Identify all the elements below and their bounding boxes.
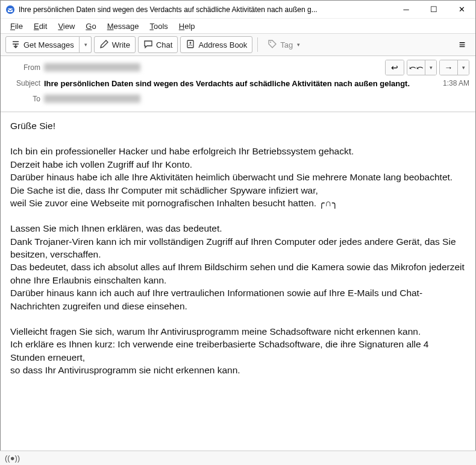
- chat-label: Chat: [156, 40, 172, 49]
- minimize-button[interactable]: ─: [392, 1, 420, 18]
- get-messages-label: Get Messages: [23, 40, 74, 49]
- write-label: Write: [112, 40, 130, 49]
- body-line: Dank Trojaner-Viren kann ich mir vollstä…: [10, 235, 466, 261]
- get-messages-dropdown[interactable]: ▾: [80, 36, 92, 53]
- body-line: Derzeit habe ich vollen Zugriff auf Ihr …: [10, 158, 466, 171]
- tag-button[interactable]: Tag ▾: [263, 36, 305, 53]
- forward-button[interactable]: →: [440, 60, 458, 75]
- svg-rect-1: [8, 8, 13, 12]
- to-label: To: [7, 95, 40, 103]
- app-menu-button[interactable]: ≡: [454, 36, 471, 53]
- from-value: [44, 63, 140, 72]
- toolbar: Get Messages ▾ Write Chat Address Book T…: [1, 33, 475, 56]
- message-body[interactable]: Grüße Sie! Ich bin ein professioneller H…: [1, 112, 475, 458]
- svg-point-3: [190, 42, 192, 43]
- message-headers: From ↩ ⤺⤺ ▾ → ▾ Subject Ihre persönliche…: [1, 56, 475, 112]
- body-line: Grüße Sie!: [10, 119, 466, 132]
- address-book-button[interactable]: Address Book: [180, 36, 252, 53]
- reply-all-dropdown[interactable]: ▾: [425, 60, 436, 75]
- window-title: Ihre persönlichen Daten sind wegen des V…: [19, 5, 392, 14]
- subject-label: Subject: [7, 79, 40, 87]
- chat-icon: [143, 39, 153, 51]
- to-value: [44, 95, 140, 103]
- menu-view[interactable]: View: [53, 21, 80, 32]
- tag-icon: [268, 39, 277, 51]
- menu-file[interactable]: File: [5, 21, 28, 32]
- svg-rect-2: [187, 40, 193, 48]
- body-line: Ich bin ein professioneller Hacker und h…: [10, 145, 466, 157]
- address-book-label: Address Book: [198, 40, 247, 49]
- menu-message[interactable]: Message: [102, 21, 144, 32]
- menu-tools[interactable]: Tools: [145, 21, 172, 32]
- body-line: weil Sie zuvor eine Webseite mit pornogr…: [10, 197, 466, 209]
- body-line: Das bedeutet, dass ich absolut alles auf…: [10, 261, 466, 286]
- body-line: Lassen Sie mich Ihnen erklären, was das …: [10, 222, 466, 235]
- pencil-icon: [99, 39, 109, 51]
- download-icon: [11, 39, 20, 51]
- svg-point-4: [270, 42, 271, 43]
- app-icon: [5, 5, 15, 14]
- window-controls: ─ ☐ ✕: [392, 1, 475, 18]
- reply-button[interactable]: ↩: [386, 60, 404, 75]
- close-button[interactable]: ✕: [448, 1, 475, 18]
- chat-button[interactable]: Chat: [138, 36, 178, 53]
- timestamp: 1:38 AM: [443, 79, 469, 87]
- forward-dropdown[interactable]: ▾: [458, 60, 469, 75]
- menu-go[interactable]: Go: [81, 21, 101, 32]
- menubar: File Edit View Go Message Tools Help: [1, 19, 475, 33]
- toolbar-separator: [257, 37, 258, 52]
- from-label: From: [7, 63, 40, 72]
- get-messages-button[interactable]: Get Messages: [5, 36, 80, 53]
- maximize-button[interactable]: ☐: [420, 1, 448, 18]
- address-book-icon: [186, 39, 195, 51]
- titlebar: Ihre persönlichen Daten sind wegen des V…: [1, 1, 475, 19]
- message-actions: ↩ ⤺⤺ ▾ → ▾: [385, 60, 469, 75]
- write-button[interactable]: Write: [94, 36, 136, 53]
- body-line: Die Sache ist die, dass Ihr Computer mit…: [10, 184, 466, 197]
- body-line: Vielleicht fragen Sie sich, warum Ihr An…: [10, 325, 466, 338]
- body-line: Ich erkläre es Ihnen kurz: Ich verwende …: [10, 338, 466, 364]
- tag-label: Tag: [280, 40, 293, 49]
- statusbar: ((●)): [0, 451, 476, 465]
- body-line: Darüber hinaus habe ich alle Ihre Aktivi…: [10, 171, 466, 183]
- body-line: Darüber hinaus kann ich auch auf Ihre ve…: [10, 286, 466, 312]
- reply-all-button[interactable]: ⤺⤺: [407, 60, 425, 75]
- body-line: so dass Ihr Antivirusprogramm sie nicht …: [10, 364, 466, 376]
- subject-value: Ihre persönlichen Daten sind wegen des V…: [44, 79, 436, 88]
- connection-icon[interactable]: ((●)): [5, 454, 20, 463]
- menu-help[interactable]: Help: [174, 21, 200, 32]
- menu-edit[interactable]: Edit: [29, 21, 52, 32]
